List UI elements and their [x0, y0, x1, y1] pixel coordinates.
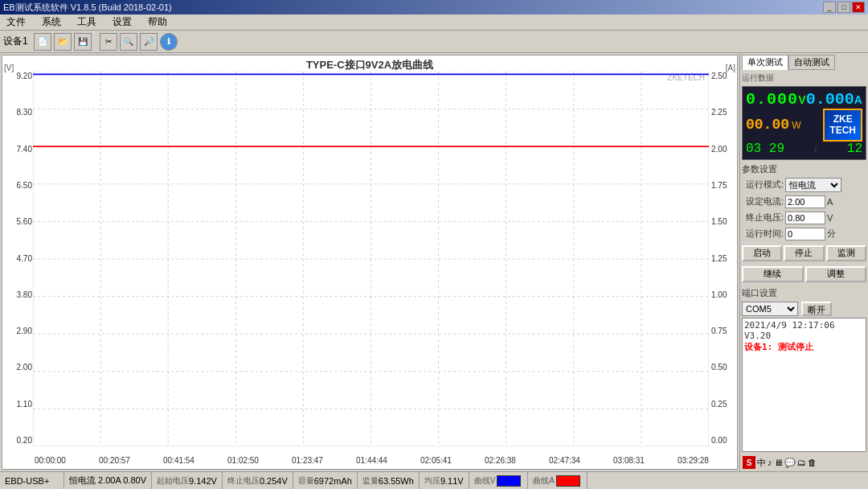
- log-line-1: 2021/4/9 12:17:06 V3.20: [744, 320, 864, 341]
- maximize-button[interactable]: □: [837, 2, 850, 13]
- port-label: 端口设置: [742, 287, 866, 299]
- lcd-power-unit: W: [792, 120, 800, 131]
- toolbar: 设备1 📄 📂 💾 ✂ 🔍 🔎 ℹ: [0, 31, 868, 53]
- running-data-label: 运行数据: [742, 72, 866, 84]
- param-mode-row: 运行模式: 恒电流: [742, 178, 866, 192]
- mode-select[interactable]: 恒电流: [785, 178, 841, 192]
- right-panel: 单次测试 自动测试 运行数据 0.000 V 0.000 A 00.00 W Z: [739, 53, 868, 471]
- status-avg-v: 均压 9.11V: [420, 472, 469, 489]
- port-select[interactable]: COM5: [742, 302, 798, 316]
- tab-auto-test[interactable]: 自动测试: [788, 55, 835, 70]
- menu-file[interactable]: 文件: [3, 14, 29, 30]
- voltage-input[interactable]: [785, 212, 825, 224]
- curve-v-color-box: [497, 475, 521, 487]
- chart-area: TYPE-C接口9V2A放电曲线 [V] [A] ZKETECH 0.20 1.…: [2, 55, 737, 469]
- main-content: TYPE-C接口9V2A放电曲线 [V] [A] ZKETECH 0.20 1.…: [0, 53, 868, 489]
- menu-settings[interactable]: 设置: [109, 14, 135, 30]
- lcd-voltage-row: 0.000 V 0.000 A: [746, 90, 862, 109]
- status-end-v: 终止电压 0.254V: [223, 472, 293, 489]
- current-label: 设定电流:: [742, 195, 784, 208]
- lcd-time-unit: ：: [812, 143, 820, 154]
- menu-system[interactable]: 系统: [39, 14, 64, 30]
- voltage-unit: V: [827, 213, 833, 223]
- lcd-ampere: 0.000: [806, 90, 854, 109]
- minimize-button[interactable]: _: [823, 2, 836, 13]
- separator: [94, 33, 97, 51]
- y-axis-left: 0.20 1.10 2.00 2.90 3.80 4.70 5.60 6.50 …: [4, 72, 32, 445]
- tab-single-test[interactable]: 单次测试: [742, 55, 788, 70]
- lcd-voltage-unit: V: [798, 93, 805, 106]
- lcd-voltage: 0.000: [746, 90, 798, 109]
- zoom-button[interactable]: 🔎: [140, 33, 158, 51]
- lcd-section: 0.000 V 0.000 A 00.00 W ZKETECH 03 29 ： …: [742, 86, 866, 160]
- disconnect-button[interactable]: 断开: [801, 302, 832, 316]
- chart-and-panel: TYPE-C接口9V2A放电曲线 [V] [A] ZKETECH 0.20 1.…: [0, 53, 868, 471]
- status-bar: EBD-USB+ 恒电流 2.00A 0.80V 起始电压 9.142V 终止电…: [0, 471, 868, 489]
- info-button[interactable]: ℹ: [160, 33, 178, 51]
- cut-button[interactable]: ✂: [100, 33, 117, 51]
- param-voltage-row: 终止电压: V: [742, 212, 866, 224]
- menu-bar: 文件 系统 工具 设置 帮助: [0, 14, 868, 31]
- zke-logo: ZKETECH: [823, 109, 862, 142]
- time-unit: 分: [827, 228, 836, 240]
- close-button[interactable]: ✕: [852, 2, 865, 13]
- chart-container: TYPE-C接口9V2A放电曲线 [V] [A] ZKETECH 0.20 1.…: [2, 55, 738, 470]
- new-button[interactable]: 📄: [34, 33, 51, 51]
- tray-icons-row: S 中 ♪ 🖥 💬 🗂 🗑: [742, 455, 866, 470]
- params-label: 参数设置: [742, 163, 866, 175]
- curve-a-color-box: [556, 475, 580, 487]
- menu-tools[interactable]: 工具: [74, 14, 100, 30]
- title-bar: EB测试系统软件 V1.8.5 (Build 2018-02-01) _ □ ✕: [0, 0, 868, 14]
- param-current-row: 设定电流: A: [742, 195, 866, 208]
- open-button[interactable]: 📂: [54, 33, 72, 51]
- tray-icon-sound[interactable]: ♪: [768, 458, 772, 467]
- log-line-2: 设备1: 测试停止: [744, 341, 864, 353]
- lcd-power: 00.00: [746, 117, 789, 133]
- tray-icon-s[interactable]: S: [743, 456, 755, 469]
- param-time-row: 运行时间: 分: [742, 228, 866, 240]
- status-start-v: 起始电压 9.142V: [152, 472, 223, 489]
- status-energy: 监量 63.55Wh: [358, 472, 420, 489]
- port-row: COM5 断开: [742, 302, 866, 316]
- continue-button[interactable]: 继续: [742, 266, 804, 282]
- status-mode: 恒电流 2.00A 0.80V: [64, 472, 152, 489]
- start-button[interactable]: 启动: [742, 245, 782, 261]
- app-title: EB测试系统软件 V1.8.5 (Build 2018-02-01): [3, 2, 172, 14]
- status-curve-a: 曲线A: [528, 472, 588, 489]
- tray-icon-cn[interactable]: 中: [757, 457, 766, 469]
- status-curve-v: 曲线V: [469, 472, 529, 489]
- btn-row-1: 启动 停止 监测: [742, 245, 866, 261]
- chart-svg: [33, 72, 709, 446]
- tray-icon-trash[interactable]: 🗑: [808, 458, 817, 467]
- tray-icon-folder[interactable]: 🗂: [797, 458, 806, 467]
- lcd-time-row: 03 29 ： 12: [746, 142, 862, 156]
- log-area: 2021/4/9 12:17:06 V3.20 设备1: 测试停止: [742, 318, 866, 452]
- time-label: 运行时间:: [742, 228, 784, 240]
- x-axis: 00:00:00 00:20:57 00:41:54 01:02:50 01:2…: [35, 456, 709, 465]
- save-button[interactable]: 💾: [74, 33, 92, 51]
- tab-row: 单次测试 自动测试: [742, 55, 866, 70]
- tray-icon-display[interactable]: 🖥: [774, 458, 783, 467]
- adjust-button[interactable]: 调整: [805, 266, 867, 282]
- monitor-button[interactable]: 监测: [826, 245, 866, 261]
- time-input[interactable]: [785, 228, 825, 240]
- title-bar-buttons: _ □ ✕: [823, 2, 865, 13]
- mode-label: 运行模式:: [742, 179, 784, 191]
- current-unit: A: [827, 197, 833, 207]
- y-axis-right: 0.00 0.25 0.50 0.75 1.00 1.25 1.50 1.75 …: [711, 72, 735, 445]
- device-label: 设备1: [3, 35, 28, 48]
- search-button[interactable]: 🔍: [120, 33, 137, 51]
- voltage-label: 终止电压:: [742, 212, 784, 224]
- lcd-time: 03 29: [746, 142, 784, 156]
- lcd-time-seconds: 12: [847, 142, 862, 156]
- lcd-power-row: 00.00 W ZKETECH: [746, 109, 862, 142]
- current-input[interactable]: [785, 195, 825, 208]
- status-capacity: 容量 6972mAh: [293, 472, 358, 489]
- menu-help[interactable]: 帮助: [145, 14, 170, 30]
- status-device: EBD-USB+: [0, 472, 64, 489]
- tray-icon-msg[interactable]: 💬: [784, 458, 796, 468]
- btn-row-2: 继续 调整: [742, 266, 866, 282]
- stop-button[interactable]: 停止: [784, 245, 824, 261]
- lcd-ampere-unit: A: [854, 93, 862, 106]
